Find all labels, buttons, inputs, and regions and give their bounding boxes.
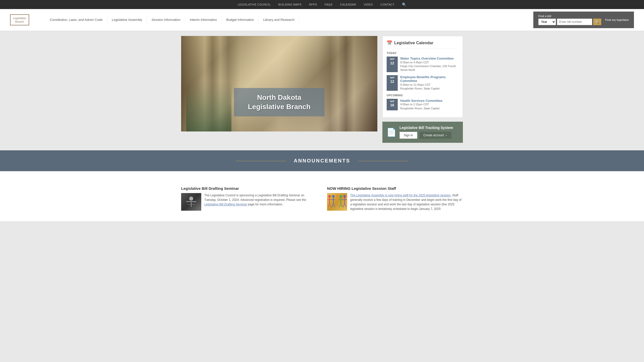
bill-tracking-content: Legislative Bill Tracking System Sign in… <box>399 126 459 139</box>
calendar-icon: 📅 <box>387 40 392 46</box>
calendar-card: 📅 Legislative Calendar TODAY SEP 12 Wate… <box>382 36 463 118</box>
announcement-hiring-image <box>327 193 347 211</box>
find-bill-section: Find a bill Year 2024 2023 2022 🔍 <box>538 15 601 25</box>
svg-line-18 <box>337 203 339 207</box>
event-title-water[interactable]: Water Topics Overview Committee <box>400 57 459 61</box>
announcement-hiring-title: NOW HIRING Legislative Session Staff <box>327 186 463 191</box>
event-time-benefits: 9:30am to 11:45am CDT <box>400 83 459 87</box>
topnav-rfps[interactable]: RFPS <box>309 3 317 6</box>
announcements-banner: ANNOUNCEMENTS <box>0 150 644 171</box>
announcements-title: ANNOUNCEMENTS <box>286 158 358 164</box>
main-navigation: Constitution, Laws, and Admin Code Legis… <box>45 16 528 24</box>
event-title-benefits[interactable]: Employee Benefits Programs Committee <box>400 75 459 83</box>
announcement-seminar-image <box>181 193 201 211</box>
content-area: North Dakota Legislative Branch 📅 Legisl… <box>171 31 473 148</box>
event-details-health: Health Services Committee 9:00am to 2:15… <box>400 99 442 110</box>
topnav-building-maps[interactable]: BUILDING MAPS <box>278 3 302 6</box>
announcements-grid: Legislative Bill Drafting Seminar The Le… <box>171 181 473 216</box>
event-title-health[interactable]: Health Services Committee <box>400 99 442 103</box>
svg-line-27 <box>343 203 345 207</box>
calendar-event-water: SEP 12 Water Topics Overview Committee 8… <box>387 57 459 72</box>
find-legislator-section: Find my legislator <box>605 18 629 21</box>
logo-line2: Branch <box>13 20 26 23</box>
svg-point-24 <box>343 195 346 198</box>
event-date-box-benefits: SEP 12 <box>387 75 398 91</box>
svg-line-22 <box>339 203 341 207</box>
nav-constitution[interactable]: Constitution, Laws, and Admin Code <box>45 16 107 24</box>
seminar-link[interactable]: Legislative Bill Drafting Seminar <box>204 203 247 206</box>
hero-title: North Dakota Legislative Branch <box>244 93 314 111</box>
event-date-box-water: SEP 12 <box>387 57 398 72</box>
announcement-hiring-text: The Legislative Assembly is now hiring s… <box>350 193 463 211</box>
event-date-box-health: SEP 16 <box>387 99 398 110</box>
hiring-link[interactable]: The Legislative Assembly is now hiring s… <box>350 194 451 197</box>
announcement-seminar-title: Legislative Bill Drafting Seminar <box>181 186 317 191</box>
hero-section: North Dakota Legislative Branch <box>181 36 377 143</box>
today-label: TODAY <box>387 52 459 55</box>
announcement-seminar-content: The Legislative Council is sponsoring a … <box>181 193 317 211</box>
event-month-water: SEP <box>388 58 396 61</box>
svg-line-12 <box>332 203 333 207</box>
bill-tracking-title: Legislative Bill Tracking System <box>399 126 459 130</box>
event-location-water: Fargo City Commission Chamber, 225 Fourt… <box>400 64 459 72</box>
bill-search-button[interactable]: 🔍 <box>593 19 601 25</box>
main-header: Legislative Branch Constitution, Laws, a… <box>0 9 644 31</box>
find-legislator-link[interactable]: Find my legislator <box>605 18 629 21</box>
create-account-button[interactable]: Create account → <box>419 132 452 139</box>
bill-tracking-icon: 📄 <box>386 127 396 137</box>
search-icon[interactable]: 🔍 <box>402 3 406 7</box>
event-location-benefits: Roughrider Room, State Capitol <box>400 87 459 90</box>
bill-tracking-actions: Sign in Create account → <box>399 132 459 139</box>
event-details-benefits: Employee Benefits Programs Committee 9:3… <box>400 75 459 91</box>
bill-finder-inputs: Year 2024 2023 2022 🔍 <box>538 19 601 25</box>
announcement-seminar-text: The Legislative Council is sponsoring a … <box>204 193 317 211</box>
announcements-content: Legislative Bill Drafting Seminar The Le… <box>0 171 644 221</box>
nav-session-info[interactable]: Session Information <box>147 16 185 24</box>
logo-line1: Legislative <box>13 16 26 20</box>
topnav-contact[interactable]: CONTACT <box>380 3 394 6</box>
topnav-faqs[interactable]: FAQS <box>325 3 332 6</box>
calendar-title: Legislative Calendar <box>394 41 433 45</box>
event-day-health: 16 <box>388 103 396 108</box>
announcement-hiring: NOW HIRING Legislative Session Staff <box>327 186 463 211</box>
signin-button[interactable]: Sign in <box>399 132 417 139</box>
logo-area[interactable]: Legislative Branch <box>10 14 40 26</box>
svg-point-14 <box>336 195 338 198</box>
nav-library-research[interactable]: Library and Research <box>259 16 299 24</box>
event-day-benefits: 12 <box>388 79 396 84</box>
top-navigation: LEGISLATIVE COUNCIL BUILDING MAPS RFPS F… <box>0 0 644 9</box>
nav-legislative-assembly[interactable]: Legislative Assembly <box>107 16 147 24</box>
event-month-health: SEP <box>388 100 396 103</box>
svg-line-17 <box>336 203 337 207</box>
event-location-health: Roughrider Room, State Capitol <box>400 107 442 110</box>
sidebar: 📅 Legislative Calendar TODAY SEP 12 Wate… <box>382 36 463 143</box>
event-time-health: 9:00am to 2:15pm CDT <box>400 103 442 106</box>
bill-finder-area: Find a bill Year 2024 2023 2022 🔍 Find m… <box>533 12 634 28</box>
nav-interim-info[interactable]: Interim Information <box>185 16 222 24</box>
upcoming-label: UPCOMING <box>387 94 459 97</box>
event-month-benefits: SEP <box>388 76 396 79</box>
announcement-hiring-content: The Legislative Assembly is now hiring s… <box>327 193 463 211</box>
bill-number-input[interactable] <box>557 19 592 25</box>
topnav-video[interactable]: VIDEO <box>364 3 373 6</box>
event-day-water: 12 <box>388 61 396 66</box>
bill-tracking-card: 📄 Legislative Bill Tracking System Sign … <box>382 122 463 143</box>
year-select[interactable]: Year 2024 2023 2022 <box>538 19 556 25</box>
logo-box: Legislative Branch <box>10 14 29 26</box>
svg-line-13 <box>333 203 335 207</box>
topnav-calendar[interactable]: CALENDAR <box>340 3 356 6</box>
svg-line-23 <box>341 203 342 207</box>
svg-line-7 <box>328 203 330 207</box>
svg-line-8 <box>330 203 331 207</box>
hero-overlay: North Dakota Legislative Branch <box>234 88 325 116</box>
svg-point-4 <box>328 195 331 198</box>
find-bill-label: Find a bill <box>538 15 601 18</box>
calendar-event-benefits: SEP 12 Employee Benefits Programs Commit… <box>387 75 459 91</box>
svg-point-19 <box>340 195 342 198</box>
nav-budget-info[interactable]: Budget Information <box>222 16 259 24</box>
hero-image: North Dakota Legislative Branch <box>181 36 377 131</box>
event-details-water: Water Topics Overview Committee 8:30am t… <box>400 57 459 72</box>
hero-flags <box>186 81 231 131</box>
calendar-header: 📅 Legislative Calendar <box>387 40 459 49</box>
topnav-legislative-council[interactable]: LEGISLATIVE COUNCIL <box>238 3 271 6</box>
